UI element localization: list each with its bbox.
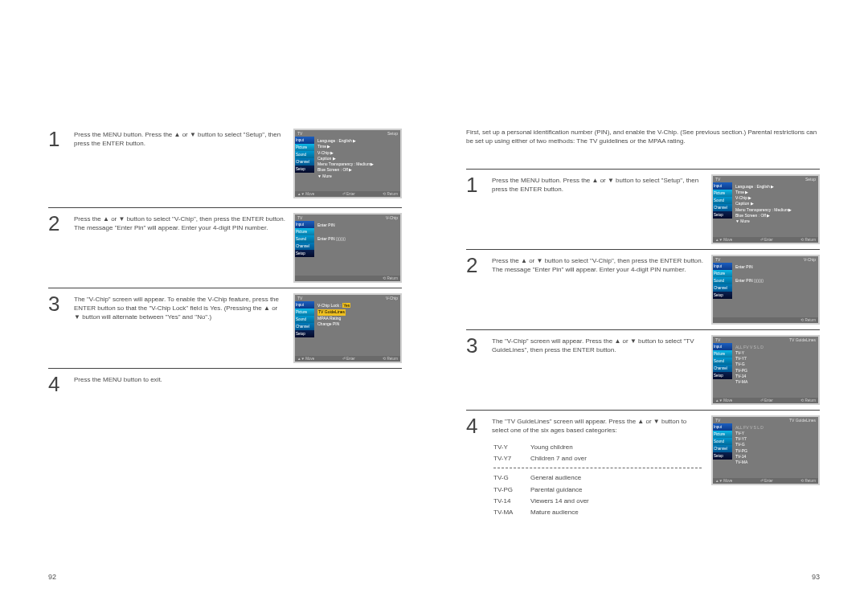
rating-row: TV-14Viewers 14 and over xyxy=(493,497,702,506)
guideline-row: TV-Y7 xyxy=(735,356,815,362)
menu-item: TV GuideLines xyxy=(317,309,346,315)
menu-item: Caption ▶ xyxy=(317,156,397,161)
step-number: 1 xyxy=(48,129,69,149)
menu-title: V-Chip xyxy=(386,215,398,220)
step-text: Press the ▲ or ▼ button to select "V-Chi… xyxy=(74,213,293,232)
guideline-row: TV-14 xyxy=(735,374,815,379)
page-92: 1 Press the MENU button. Press the ▲ or … xyxy=(0,0,434,613)
step-text: Press the MENU button to exit. xyxy=(74,374,293,384)
ratings-table: TV-YYoung children TV-Y7Children 7 and o… xyxy=(492,441,703,519)
osd-enter-pin: TVV-Chip Input Picture Sound Channel Set… xyxy=(293,213,402,283)
menu-item: MPAA Rating xyxy=(317,316,397,321)
menu-item: Language : English ▶ xyxy=(317,138,397,144)
page-93: First, set up a personal identification … xyxy=(434,0,868,613)
intro-text: First, set up a personal identification … xyxy=(466,129,820,146)
menu-item: V-Chip ▶ xyxy=(317,150,397,156)
step-text: Press the MENU button. Press the ▲ or ▼ … xyxy=(74,129,293,148)
sidebar-channel: Channel xyxy=(295,158,314,166)
step-4: 4 The "TV GuideLines" screen will appear… xyxy=(466,410,820,520)
step-3: 3 The "V-Chip" screen will appear. Press… xyxy=(466,329,820,405)
osd-vchip: TVV-Chip Input Picture Sound Channel Set… xyxy=(293,293,402,363)
step-2: 2 Press the ▲ or ▼ button to select "V-C… xyxy=(466,249,820,325)
page-number: 93 xyxy=(812,573,820,581)
pin-field: Enter PIN ▯▯▯▯ xyxy=(317,236,397,242)
step-2: 2 Press the ▲ or ▼ button to select "V-C… xyxy=(48,207,402,283)
sidebar-setup: Setup xyxy=(295,166,314,173)
menu-item: Time ▶ xyxy=(317,144,397,149)
osd-tv-guidelines-2: TVTV GuideLines Input Picture Sound Chan… xyxy=(711,415,820,485)
sidebar-sound: Sound xyxy=(295,151,314,158)
sidebar-input: Input xyxy=(295,137,314,144)
rating-row: TV-Y7Children 7 and over xyxy=(493,454,702,464)
tv-sidebar: Input Picture Sound Channel Setup xyxy=(295,137,314,191)
step-text: The "V-Chip" screen will appear. To enab… xyxy=(74,293,293,322)
step-3: 3 The "V-Chip" screen will appear. To en… xyxy=(48,288,402,363)
step-number: 2 xyxy=(48,213,69,234)
pin-title: Enter PIN xyxy=(317,223,397,228)
guideline-row: TV-PG xyxy=(735,368,815,374)
osd-tv-guidelines: TVTV GuideLines Input Picture Sound Chan… xyxy=(711,335,820,405)
guidelines-header: ALL FV V S L D xyxy=(735,345,815,350)
step-1: 1 Press the MENU button. Press the ▲ or … xyxy=(48,129,402,202)
tv-label: TV xyxy=(297,131,302,136)
menu-item: Blue Screen : Off ▶ xyxy=(317,167,397,173)
step-number: 4 xyxy=(48,374,69,394)
rating-row: TV-GGeneral audience xyxy=(493,473,702,483)
menu-items: Language : English ▶ Time ▶ V-Chip ▶ Cap… xyxy=(314,137,400,191)
vchip-lock-value: Yes xyxy=(342,303,350,308)
rating-row: TV-YYoung children xyxy=(493,443,702,452)
step-4: 4 Press the MENU button to exit. xyxy=(48,368,402,394)
rating-row: TV-MAMature audience xyxy=(493,508,702,517)
rating-row: TV-PGParental guidance xyxy=(493,485,702,495)
step-1: 1 Press the MENU button. Press the ▲ or … xyxy=(466,169,820,244)
page-spread: 1 Press the MENU button. Press the ▲ or … xyxy=(0,0,868,613)
page-number: 92 xyxy=(48,573,56,581)
menu-title: Setup xyxy=(387,131,398,136)
menu-item: V-Chip Lock : Yes xyxy=(317,303,397,309)
step-text: The "TV GuideLines" screen will appear. … xyxy=(492,415,711,520)
sidebar-picture: Picture xyxy=(295,144,314,151)
menu-more: ▼ More xyxy=(317,174,397,179)
osd-enter-pin: TVV-Chip Input Picture Sound Channel Set… xyxy=(711,255,820,325)
step-number: 3 xyxy=(48,293,69,314)
osd-setup: TVSetup Input Picture Sound Channel Setu… xyxy=(711,174,820,244)
menu-item: Menu Transparency : Medium▶ xyxy=(317,161,397,167)
dashed-separator xyxy=(493,468,702,468)
guideline-row: TV-Y xyxy=(735,350,815,356)
guideline-row: TV-G xyxy=(735,362,815,367)
menu-title: V-Chip xyxy=(386,296,398,300)
menu-item: Change PIN xyxy=(317,321,397,327)
guideline-row: TV-MA xyxy=(735,379,815,385)
osd-setup: TVSetup Input Picture Sound Channel Setu… xyxy=(293,129,402,198)
osd-footer: ▲▼ Move⏎ Enter⟲ Return xyxy=(295,191,400,197)
